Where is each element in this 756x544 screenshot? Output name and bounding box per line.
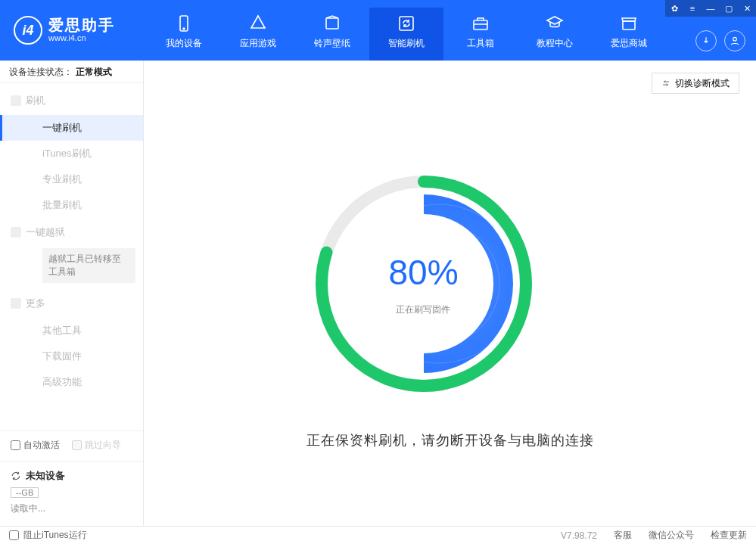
app-title: 爱思助手 — [48, 17, 115, 33]
link-service[interactable]: 客服 — [614, 529, 632, 542]
sidebar-item-oneclick-flash[interactable]: 一键刷机 — [0, 115, 143, 141]
store-icon — [620, 14, 638, 33]
top-nav: 我的设备 应用游戏 铃声壁纸 智能刷机 工具箱 教程中心 爱思商城 — [144, 0, 756, 61]
side-menu: 刷机 一键刷机 iTunes刷机 专业刷机 批量刷机 一键越狱 越狱工具已转移至… — [0, 83, 143, 431]
sidebar-item-pro-flash[interactable]: 专业刷机 — [0, 166, 143, 192]
nav-ringtone[interactable]: 铃声壁纸 — [295, 8, 369, 61]
logo-icon: i4 — [14, 16, 42, 45]
nav-tutorial[interactable]: 教程中心 — [518, 8, 592, 61]
progress-widget: 80% 正在刷写固件 正在保资料刷机，请勿断开设备与电脑的连接 — [306, 166, 594, 449]
device-reading: 读取中... — [11, 502, 132, 515]
progress-label: 正在刷写固件 — [388, 303, 458, 316]
link-update[interactable]: 检查更新 — [711, 529, 747, 542]
download-icon[interactable] — [695, 30, 717, 51]
minimize-icon[interactable]: — — [702, 0, 720, 17]
apps-icon — [249, 14, 267, 33]
svg-rect-4 — [474, 20, 487, 30]
sidebar-item-other-tools[interactable]: 其他工具 — [0, 318, 143, 343]
svg-rect-5 — [623, 21, 635, 30]
nav-flash[interactable]: 智能刷机 — [369, 8, 443, 61]
sidebar-bottom: 自动激活 跳过向导 未知设备 --GB 读取中... — [0, 431, 143, 526]
chk-auto-activate[interactable]: 自动激活 — [11, 439, 60, 452]
link-wechat[interactable]: 微信公众号 — [649, 529, 694, 542]
svg-point-1 — [183, 28, 185, 30]
group-flash: 刷机 — [0, 86, 143, 115]
nav-store[interactable]: 爱思商城 — [592, 8, 666, 61]
toolbox-icon — [471, 14, 490, 33]
tutorial-icon — [546, 14, 564, 33]
logo-area: i4 爱思助手 www.i4.cn — [0, 0, 144, 61]
group-more: 更多 — [0, 289, 143, 318]
sidebar-item-download-fw[interactable]: 下载固件 — [0, 343, 143, 369]
connection-status: 设备连接状态：正常模式 — [0, 61, 143, 83]
footer: 阻止iTunes运行 V7.98.72 客服 微信公众号 检查更新 — [0, 526, 756, 544]
progress-percent: 80% — [388, 252, 458, 293]
wallpaper-icon — [323, 14, 341, 33]
toggle-diagnostic-button[interactable]: 切换诊断模式 — [652, 73, 739, 94]
chk-skip-guide[interactable]: 跳过向导 — [72, 439, 121, 452]
nav-my-device[interactable]: 我的设备 — [147, 8, 221, 61]
chk-block-itunes[interactable]: 阻止iTunes运行 — [9, 529, 87, 542]
jailbreak-note: 越狱工具已转移至工具箱 — [42, 248, 135, 283]
version-label: V7.98.72 — [561, 530, 597, 541]
phone-icon — [175, 14, 193, 33]
refresh-icon — [397, 14, 415, 33]
swap-icon — [661, 79, 670, 88]
maximize-icon[interactable]: ▢ — [720, 0, 738, 17]
sidebar-item-batch-flash[interactable]: 批量刷机 — [0, 192, 143, 218]
sidebar-item-advanced[interactable]: 高级功能 — [0, 369, 143, 395]
header-right — [695, 30, 745, 51]
menu-icon[interactable]: ≡ — [683, 0, 702, 17]
app-url: www.i4.cn — [48, 33, 115, 43]
svg-point-6 — [733, 37, 737, 41]
status-text: 正在保资料刷机，请勿断开设备与电脑的连接 — [306, 431, 594, 449]
sync-icon — [11, 471, 21, 481]
progress-ring: 80% 正在刷写固件 — [306, 166, 541, 401]
nav-apps[interactable]: 应用游戏 — [221, 8, 295, 61]
close-icon[interactable]: ✕ — [738, 0, 756, 17]
sidebar-item-itunes-flash[interactable]: iTunes刷机 — [0, 141, 143, 166]
skin-icon[interactable]: ✿ — [665, 0, 683, 17]
app-header: ✿ ≡ — ▢ ✕ i4 爱思助手 www.i4.cn 我的设备 应用游戏 铃声… — [0, 0, 756, 61]
svg-rect-2 — [326, 18, 338, 29]
window-controls: ✿ ≡ — ▢ ✕ — [665, 0, 756, 17]
nav-toolbox[interactable]: 工具箱 — [443, 8, 518, 61]
sidebar: 设备连接状态：正常模式 刷机 一键刷机 iTunes刷机 专业刷机 批量刷机 一… — [0, 61, 144, 526]
user-icon[interactable] — [724, 30, 745, 51]
device-block: 未知设备 --GB 读取中... — [0, 461, 143, 518]
svg-rect-3 — [400, 17, 413, 30]
group-jailbreak: 一键越狱 — [0, 218, 143, 247]
device-name: 未知设备 — [11, 469, 132, 483]
device-capacity: --GB — [11, 487, 39, 498]
main-panel: 切换诊断模式 — [144, 61, 756, 526]
